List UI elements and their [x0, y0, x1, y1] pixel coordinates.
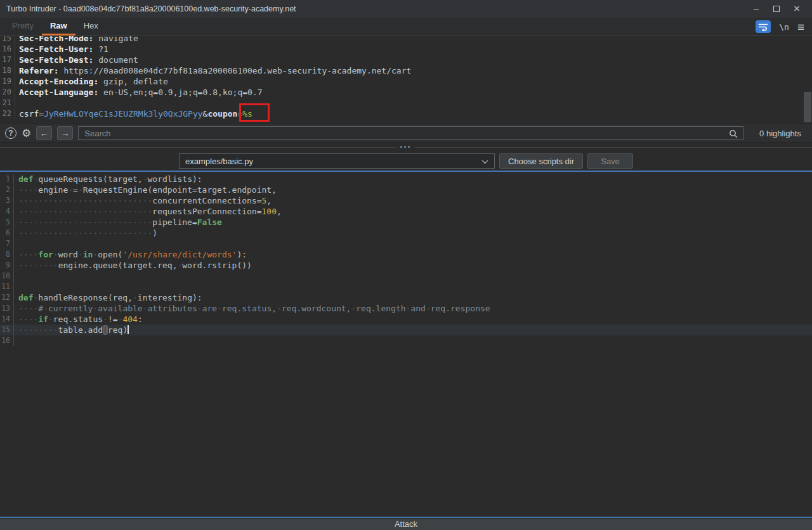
code-line: 7 [0, 238, 812, 249]
line-number: 19 [0, 76, 15, 87]
request-line: 21 [0, 98, 812, 108]
request-line: 20Accept-Language: en-US,en;q=0.9,ja;q=0… [0, 87, 812, 98]
minimize-button[interactable]: – [746, 1, 766, 16]
prev-match-button[interactable]: ← [36, 126, 52, 140]
line-number: 1 [0, 174, 14, 184]
next-match-button[interactable]: → [57, 126, 73, 140]
request-line: 16Sec-Fetch-User: ?1 [0, 44, 812, 55]
window-title: Turbo Intruder - 0aad008e04dc77bf81a8a20… [6, 4, 296, 13]
line-number: 6 [0, 228, 14, 238]
line-number: 2 [0, 184, 14, 195]
line-number: 17 [0, 55, 15, 65]
line-number: 16 [0, 44, 15, 55]
searchbar: ? ⚙ ← → Search 0 highlights [0, 124, 812, 142]
panel-splitter[interactable]: ••• [0, 142, 812, 152]
newline-toggle-icon[interactable]: \n [779, 22, 789, 32]
close-button[interactable]: × [787, 1, 807, 16]
turbo-intruder-window: Turbo Intruder - 0aad008e04dc77bf81a8a20… [0, 0, 812, 530]
line-number: 11 [0, 281, 14, 292]
word-wrap-toggle-icon[interactable] [756, 20, 771, 33]
choose-scripts-dir-button[interactable]: Choose scripts dir [499, 153, 583, 169]
line-number: 5 [0, 217, 14, 228]
code-line: 16 [0, 335, 812, 346]
gear-icon[interactable]: ⚙ [22, 128, 31, 139]
code-line: 5···························pipeline=Fal… [0, 217, 812, 228]
script-chooser-row: examples/basic.py Choose scripts dir Sav… [0, 152, 812, 171]
script-select[interactable]: examples/basic.py [179, 153, 495, 169]
request-line: 17Sec-Fetch-Dest: document [0, 55, 812, 65]
highlights-count: 0 highlights [749, 129, 812, 138]
line-number: 13 [0, 303, 14, 314]
line-number: 4 [0, 206, 14, 217]
line-number: 14 [0, 314, 14, 325]
hamburger-menu-icon[interactable]: ≡ [797, 21, 804, 33]
line-number: 16 [0, 335, 14, 346]
code-line: 6···························) [0, 228, 812, 238]
line-number: 21 [0, 98, 15, 108]
code-line: 13····#·currently·available·attributes·a… [0, 303, 812, 314]
save-button[interactable]: Save [587, 153, 633, 169]
request-line: 18Referer: https://0aad008e04dc77bf81a8a… [0, 65, 812, 76]
line-number: 22 [0, 108, 15, 119]
code-line: 9········engine.queue(target.req,·word.r… [0, 260, 812, 271]
editor-lines: 1def·queueRequests(target,·wordlists):2·… [0, 174, 812, 346]
code-line: 15········table.add(req) [0, 325, 812, 335]
python-script-editor[interactable]: 1def·queueRequests(target,·wordlists):2·… [0, 171, 812, 518]
search-input[interactable]: Search [78, 126, 743, 140]
splitter-grip-icon[interactable]: ••• [397, 143, 415, 152]
payload-marker-annotation [239, 103, 270, 122]
code-line: 1def·queueRequests(target,·wordlists): [0, 174, 812, 184]
request-scrollbar-thumb[interactable] [804, 92, 811, 122]
line-number: 20 [0, 87, 15, 98]
line-number: 12 [0, 292, 14, 303]
code-line: 11 [0, 281, 812, 292]
message-tabbar: Pretty Raw Hex \n ≡ [0, 18, 812, 36]
request-line: 22csrf=JyReHwLOYqeC1sJEUZRMk3ly0QxJGPyy&… [0, 108, 812, 119]
maximize-button[interactable] [766, 1, 787, 16]
tab-raw[interactable]: Raw [42, 18, 75, 36]
window-controls: – × [746, 1, 807, 16]
maximize-icon [773, 6, 780, 12]
chevron-down-icon [481, 155, 488, 167]
code-line: 2····engine·=·RequestEngine(endpoint=tar… [0, 184, 812, 195]
request-editor[interactable]: 15Sec-Fetch-Mode: navigate16Sec-Fetch-Us… [0, 36, 812, 124]
tabbar-icons: \n ≡ [756, 18, 812, 36]
line-number: 18 [0, 65, 15, 76]
code-line: 3···························concurrentCo… [0, 195, 812, 206]
code-line: 8····for·word·in·open('/usr/share/dict/w… [0, 249, 812, 260]
request-lines: 15Sec-Fetch-Mode: navigate16Sec-Fetch-Us… [0, 36, 812, 119]
attack-button[interactable]: Attack [0, 518, 812, 530]
code-line: 10 [0, 271, 812, 281]
request-line: 19Accept-Encoding: gzip, deflate [0, 76, 812, 87]
line-number: 15 [0, 325, 14, 335]
line-number: 9 [0, 260, 14, 271]
line-number: 15 [0, 36, 15, 44]
attack-button-label: Attack [395, 519, 417, 530]
tab-pretty[interactable]: Pretty [4, 18, 42, 36]
line-number: 10 [0, 271, 14, 281]
code-line: 4···························requestsPerC… [0, 206, 812, 217]
titlebar: Turbo Intruder - 0aad008e04dc77bf81a8a20… [0, 0, 812, 18]
search-icon [728, 129, 738, 141]
line-number: 7 [0, 238, 14, 249]
request-line: 15Sec-Fetch-Mode: navigate [0, 36, 812, 44]
tab-hex[interactable]: Hex [75, 18, 107, 36]
code-line: 14····if·req.status·!=·404: [0, 314, 812, 325]
line-number: 8 [0, 249, 14, 260]
script-select-value: examples/basic.py [185, 157, 253, 166]
search-placeholder: Search [84, 129, 110, 138]
line-number: 3 [0, 195, 14, 206]
code-line: 12def·handleResponse(req,·interesting): [0, 292, 812, 303]
help-icon[interactable]: ? [5, 127, 16, 139]
text-cursor [128, 325, 129, 334]
